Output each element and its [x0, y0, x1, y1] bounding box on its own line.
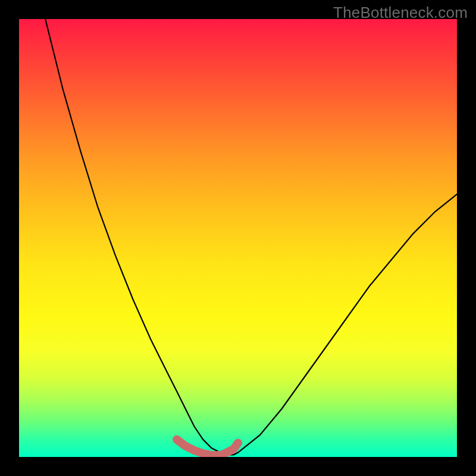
chart-frame: TheBottleneck.com [0, 0, 476, 476]
highlight-band [177, 440, 238, 456]
bottleneck-curve [45, 19, 457, 455]
plot-area [19, 19, 457, 457]
curve-layer [19, 19, 457, 457]
